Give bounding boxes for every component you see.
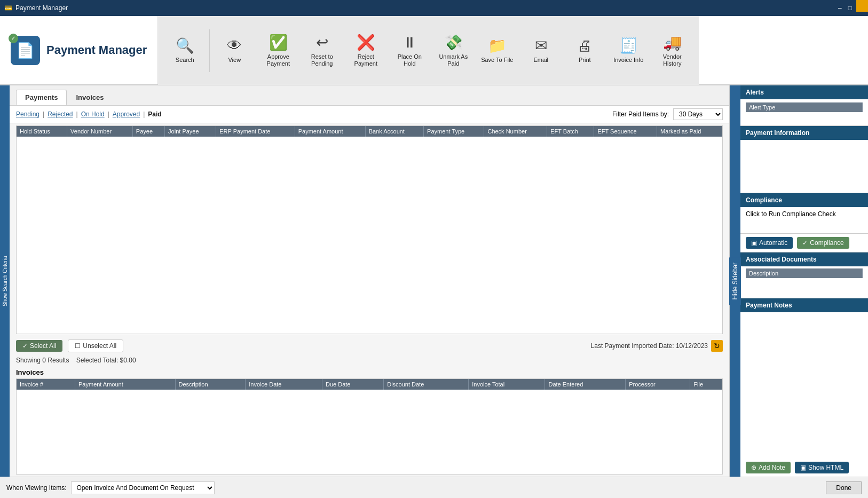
invoices-col-header: Processor xyxy=(626,379,690,390)
title-bar: 💳 Payment Manager – □ ✕ xyxy=(0,0,868,16)
automatic-button[interactable]: ▣ Automatic xyxy=(746,237,793,249)
sidebar-inner: Alerts Alert Type Payment Information xyxy=(740,85,868,477)
automatic-icon: ▣ xyxy=(751,239,757,247)
payments-table-container: Hold StatusVendor NumberPayeeJoint Payee… xyxy=(16,125,723,334)
payments-col-header: Marked as Paid xyxy=(657,126,722,137)
show-html-button[interactable]: ▣ Show HTML xyxy=(795,462,849,473)
filter-tab-paid[interactable]: Paid xyxy=(148,110,161,118)
footer: When Viewing Items: Open Invoice And Doc… xyxy=(0,477,868,498)
payment-notes-header: Payment Notes xyxy=(740,298,868,312)
filter-tab-approved[interactable]: Approved xyxy=(113,110,140,118)
invoices-section: Invoices Invoice #Payment AmountDescript… xyxy=(10,366,729,477)
refresh-button[interactable]: ↻ xyxy=(711,340,723,352)
unselect-all-button[interactable]: ☐ Unselect All xyxy=(68,339,123,352)
compliance-header: Compliance xyxy=(740,193,868,207)
tab-payments[interactable]: Payments xyxy=(16,90,67,105)
compliance-check-icon: ✓ xyxy=(802,239,808,247)
description-col: Description xyxy=(746,268,863,278)
toolbar-invoice_info-button[interactable]: 🧾Invoice Info xyxy=(607,21,650,80)
payment-notes-content xyxy=(740,312,868,459)
payments-col-header: Hold Status xyxy=(17,126,67,137)
invoices-col-header: Discount Date xyxy=(384,379,469,390)
uncheck-icon: ☐ xyxy=(75,342,81,350)
minimize-btn[interactable]: – xyxy=(838,4,842,12)
invoices-col-header: Payment Amount xyxy=(75,379,175,390)
toolbar-vendor_history-button[interactable]: 🚚Vendor History xyxy=(651,21,693,80)
toolbar-approve-button[interactable]: ✅Approve Payment xyxy=(257,21,299,80)
result-info: Showing 0 Results Selected Total: $0.00 xyxy=(10,355,729,366)
window-title: Payment Manager xyxy=(15,4,68,12)
done-button[interactable]: Done xyxy=(826,481,862,494)
filter-paid-select[interactable]: 7 Days30 Days60 Days90 DaysAll xyxy=(673,108,723,120)
filter-paid-label: Filter Paid Items by: xyxy=(612,110,669,118)
invoices-col-header: Description xyxy=(175,379,246,390)
toolbar-search-button[interactable]: 🔍Search xyxy=(163,21,206,80)
toolbar-unmark-button[interactable]: 💸Unmark As Paid xyxy=(432,21,475,80)
footer-select[interactable]: Open Invoice And Document On RequestOpen… xyxy=(71,481,215,494)
maximize-btn[interactable]: □ xyxy=(848,4,852,12)
toolbar-view-button[interactable]: 👁View xyxy=(213,21,256,80)
invoices-col-header: Invoice Date xyxy=(246,379,322,390)
invoices-col-header: File xyxy=(690,379,722,390)
check-icon: ✓ xyxy=(22,342,28,350)
invoices-table-container: Invoice #Payment AmountDescriptionInvoic… xyxy=(16,378,723,475)
right-sidebar: Hide Sidebar Alerts Alert Type xyxy=(729,85,868,477)
hold-icon: ⏸ xyxy=(402,34,417,51)
payments-col-header: Vendor Number xyxy=(67,126,133,137)
invoices-col-header: Invoice Total xyxy=(469,379,545,390)
payments-col-header: Bank Account xyxy=(365,126,423,137)
payments-col-header: Payment Type xyxy=(424,126,484,137)
reset-icon: ↩ xyxy=(316,34,328,51)
filter-tab-pending[interactable]: Pending xyxy=(16,110,40,118)
compliance-button[interactable]: ✓ Compliance xyxy=(797,237,849,249)
unmark-icon: 💸 xyxy=(444,34,463,51)
bottom-controls: ✓ Select All ☐ Unselect All Last Payment… xyxy=(10,336,729,355)
content-area: PaymentsInvoices Pending | Rejected | On… xyxy=(10,85,729,477)
print-icon: 🖨 xyxy=(577,37,592,54)
compliance-content: Click to Run Compliance Check xyxy=(740,207,868,234)
reject-icon: ❌ xyxy=(357,34,375,51)
filter-tab-on_hold[interactable]: On Hold xyxy=(81,110,105,118)
toolbar-hold-button[interactable]: ⏸Place On Hold xyxy=(388,21,431,80)
save-icon: 📁 xyxy=(488,37,507,54)
toolbar-reject-button[interactable]: ❌Reject Payment xyxy=(344,21,387,80)
add-note-button[interactable]: ⊕ Add Note xyxy=(746,462,791,473)
invoices-col-header: Date Entered xyxy=(545,379,626,390)
search-icon: 🔍 xyxy=(176,37,194,54)
filter-tabs: Pending | Rejected | On Hold | Approved … xyxy=(16,110,162,118)
invoices-col-header: Invoice # xyxy=(17,379,75,390)
select-all-button[interactable]: ✓ Select All xyxy=(16,340,62,352)
hide-sidebar-button[interactable]: Hide Sidebar xyxy=(729,257,741,305)
tab-invoices[interactable]: Invoices xyxy=(67,90,113,105)
orange-corner xyxy=(856,0,868,12)
footer-label: When Viewing Items: xyxy=(6,484,67,492)
app-header: ✓ 📄 Payment Manager 🔍Search👁View✅Approve… xyxy=(0,16,868,85)
assoc-docs-header: Associated Documents xyxy=(740,252,868,266)
invoices-col-header: Due Date xyxy=(322,379,383,390)
alerts-content: Alert Type xyxy=(740,99,868,126)
payments-col-header: EFT Batch xyxy=(547,126,594,137)
toolbar-email-button[interactable]: ✉Email xyxy=(519,21,562,80)
filter-bar: Pending | Rejected | On Hold | Approved … xyxy=(10,106,729,123)
app-logo: ✓ 📄 Payment Manager xyxy=(0,16,158,84)
app-name: Payment Manager xyxy=(46,43,147,57)
payments-col-header: Payee xyxy=(132,126,164,137)
payments-col-header: Check Number xyxy=(484,126,547,137)
toolbar-print-button[interactable]: 🖨Print xyxy=(563,21,606,80)
app-icon-small: 💳 xyxy=(4,4,12,12)
invoices-table: Invoice #Payment AmountDescriptionInvoic… xyxy=(17,379,722,390)
toolbar-reset-button[interactable]: ↩Reset to Pending xyxy=(301,21,343,80)
toolbar-save-button[interactable]: 📁Save To File xyxy=(476,21,518,80)
approve-icon: ✅ xyxy=(269,34,288,51)
invoices-title: Invoices xyxy=(16,368,723,376)
view-icon: 👁 xyxy=(227,37,242,54)
filter-tab-rejected[interactable]: Rejected xyxy=(48,110,73,118)
show-html-icon: ▣ xyxy=(800,464,806,471)
toolbar: 🔍Search👁View✅Approve Payment↩Reset to Pe… xyxy=(158,16,699,85)
payments-table: Hold StatusVendor NumberPayeeJoint Payee… xyxy=(17,126,722,137)
compliance-buttons: ▣ Automatic ✓ Compliance xyxy=(740,234,868,252)
show-search-criteria[interactable]: Show Search Criteria xyxy=(0,85,10,477)
alerts-header: Alerts xyxy=(740,85,868,99)
payments-col-header: Joint Payee xyxy=(165,126,216,137)
vendor_history-icon: 🚚 xyxy=(663,34,682,51)
